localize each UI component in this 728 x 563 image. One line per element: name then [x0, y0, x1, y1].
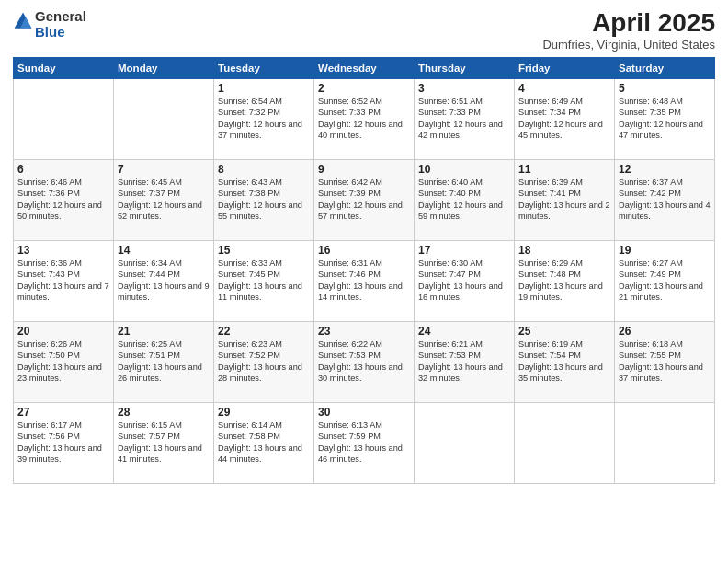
- day-number: 7: [118, 163, 210, 176]
- calendar-cell: 6Sunrise: 6:46 AM Sunset: 7:36 PM Daylig…: [14, 159, 114, 240]
- calendar-cell: [515, 402, 615, 483]
- day-number: 6: [17, 163, 109, 176]
- calendar-cell: 27Sunrise: 6:17 AM Sunset: 7:56 PM Dayli…: [14, 402, 114, 483]
- calendar-cell: 29Sunrise: 6:14 AM Sunset: 7:58 PM Dayli…: [214, 402, 314, 483]
- calendar-cell: 22Sunrise: 6:23 AM Sunset: 7:52 PM Dayli…: [214, 321, 314, 402]
- title-block: April 2025 Dumfries, Virginia, United St…: [542, 9, 715, 52]
- day-number: 12: [619, 163, 711, 176]
- day-info: Sunrise: 6:51 AM Sunset: 7:33 PM Dayligh…: [418, 96, 510, 142]
- day-number: 8: [218, 163, 310, 176]
- day-number: 11: [518, 163, 610, 176]
- calendar-cell: 7Sunrise: 6:45 AM Sunset: 7:37 PM Daylig…: [114, 159, 214, 240]
- calendar-cell: 26Sunrise: 6:18 AM Sunset: 7:55 PM Dayli…: [615, 321, 715, 402]
- day-info: Sunrise: 6:46 AM Sunset: 7:36 PM Dayligh…: [17, 177, 109, 223]
- calendar-header-tuesday: Tuesday: [214, 57, 314, 78]
- logo-text: General Blue: [35, 9, 86, 40]
- day-info: Sunrise: 6:45 AM Sunset: 7:37 PM Dayligh…: [118, 177, 210, 223]
- day-info: Sunrise: 6:25 AM Sunset: 7:51 PM Dayligh…: [118, 339, 210, 385]
- calendar-week-row: 27Sunrise: 6:17 AM Sunset: 7:56 PM Dayli…: [14, 402, 715, 483]
- day-number: 30: [318, 406, 410, 419]
- day-info: Sunrise: 6:42 AM Sunset: 7:39 PM Dayligh…: [318, 177, 410, 223]
- calendar-cell: 13Sunrise: 6:36 AM Sunset: 7:43 PM Dayli…: [14, 240, 114, 321]
- calendar-cell: 23Sunrise: 6:22 AM Sunset: 7:53 PM Dayli…: [314, 321, 415, 402]
- day-number: 18: [518, 244, 610, 257]
- day-number: 14: [118, 244, 210, 257]
- calendar-cell: 9Sunrise: 6:42 AM Sunset: 7:39 PM Daylig…: [314, 159, 415, 240]
- calendar-header-monday: Monday: [114, 57, 214, 78]
- calendar-cell: 16Sunrise: 6:31 AM Sunset: 7:46 PM Dayli…: [314, 240, 415, 321]
- day-number: 15: [218, 244, 310, 257]
- calendar-header-wednesday: Wednesday: [314, 57, 415, 78]
- logo: General Blue: [13, 9, 86, 40]
- day-number: 26: [619, 325, 711, 338]
- calendar-week-row: 13Sunrise: 6:36 AM Sunset: 7:43 PM Dayli…: [14, 240, 715, 321]
- day-info: Sunrise: 6:27 AM Sunset: 7:49 PM Dayligh…: [619, 258, 711, 304]
- calendar-cell: 5Sunrise: 6:48 AM Sunset: 7:35 PM Daylig…: [615, 78, 715, 159]
- month-year: April 2025: [542, 9, 715, 38]
- day-info: Sunrise: 6:15 AM Sunset: 7:57 PM Dayligh…: [118, 419, 210, 465]
- day-info: Sunrise: 6:31 AM Sunset: 7:46 PM Dayligh…: [318, 258, 410, 304]
- calendar-cell: 30Sunrise: 6:13 AM Sunset: 7:59 PM Dayli…: [314, 402, 415, 483]
- day-info: Sunrise: 6:18 AM Sunset: 7:55 PM Dayligh…: [619, 339, 711, 385]
- calendar-cell: 25Sunrise: 6:19 AM Sunset: 7:54 PM Dayli…: [515, 321, 615, 402]
- day-info: Sunrise: 6:37 AM Sunset: 7:42 PM Dayligh…: [619, 177, 711, 223]
- day-info: Sunrise: 6:39 AM Sunset: 7:41 PM Dayligh…: [518, 177, 610, 223]
- day-number: 3: [418, 82, 510, 95]
- day-number: 1: [218, 82, 310, 95]
- calendar-header-friday: Friday: [515, 57, 615, 78]
- day-info: Sunrise: 6:26 AM Sunset: 7:50 PM Dayligh…: [17, 339, 109, 385]
- calendar-cell: 19Sunrise: 6:27 AM Sunset: 7:49 PM Dayli…: [615, 240, 715, 321]
- day-number: 10: [418, 163, 510, 176]
- day-info: Sunrise: 6:13 AM Sunset: 7:59 PM Dayligh…: [318, 419, 410, 465]
- day-number: 16: [318, 244, 410, 257]
- day-number: 2: [318, 82, 410, 95]
- day-number: 17: [418, 244, 510, 257]
- page: General Blue April 2025 Dumfries, Virgin…: [0, 0, 728, 563]
- calendar-cell: [14, 78, 114, 159]
- calendar-cell: [415, 402, 515, 483]
- calendar-cell: 14Sunrise: 6:34 AM Sunset: 7:44 PM Dayli…: [114, 240, 214, 321]
- calendar-cell: 2Sunrise: 6:52 AM Sunset: 7:33 PM Daylig…: [314, 78, 415, 159]
- calendar-header-sunday: Sunday: [14, 57, 114, 78]
- day-info: Sunrise: 6:43 AM Sunset: 7:38 PM Dayligh…: [218, 177, 310, 223]
- day-info: Sunrise: 6:19 AM Sunset: 7:54 PM Dayligh…: [518, 339, 610, 385]
- header: General Blue April 2025 Dumfries, Virgin…: [13, 9, 715, 52]
- day-info: Sunrise: 6:33 AM Sunset: 7:45 PM Dayligh…: [218, 258, 310, 304]
- calendar-cell: 1Sunrise: 6:54 AM Sunset: 7:32 PM Daylig…: [214, 78, 314, 159]
- day-info: Sunrise: 6:36 AM Sunset: 7:43 PM Dayligh…: [17, 258, 109, 304]
- day-info: Sunrise: 6:22 AM Sunset: 7:53 PM Dayligh…: [318, 339, 410, 385]
- day-info: Sunrise: 6:14 AM Sunset: 7:58 PM Dayligh…: [218, 419, 310, 465]
- calendar-header-thursday: Thursday: [415, 57, 515, 78]
- calendar-cell: 4Sunrise: 6:49 AM Sunset: 7:34 PM Daylig…: [515, 78, 615, 159]
- day-info: Sunrise: 6:29 AM Sunset: 7:48 PM Dayligh…: [518, 258, 610, 304]
- calendar-cell: 11Sunrise: 6:39 AM Sunset: 7:41 PM Dayli…: [515, 159, 615, 240]
- day-info: Sunrise: 6:48 AM Sunset: 7:35 PM Dayligh…: [619, 96, 711, 142]
- day-info: Sunrise: 6:23 AM Sunset: 7:52 PM Dayligh…: [218, 339, 310, 385]
- calendar-cell: 12Sunrise: 6:37 AM Sunset: 7:42 PM Dayli…: [615, 159, 715, 240]
- logo-icon: [13, 11, 33, 31]
- calendar-header-row: SundayMondayTuesdayWednesdayThursdayFrid…: [14, 57, 715, 78]
- calendar-cell: [615, 402, 715, 483]
- day-number: 5: [619, 82, 711, 95]
- calendar-week-row: 1Sunrise: 6:54 AM Sunset: 7:32 PM Daylig…: [14, 78, 715, 159]
- calendar-cell: 21Sunrise: 6:25 AM Sunset: 7:51 PM Dayli…: [114, 321, 214, 402]
- calendar-cell: 18Sunrise: 6:29 AM Sunset: 7:48 PM Dayli…: [515, 240, 615, 321]
- day-number: 27: [17, 406, 109, 419]
- logo-general: General: [35, 8, 86, 24]
- calendar-week-row: 20Sunrise: 6:26 AM Sunset: 7:50 PM Dayli…: [14, 321, 715, 402]
- day-number: 25: [518, 325, 610, 338]
- calendar-cell: 17Sunrise: 6:30 AM Sunset: 7:47 PM Dayli…: [415, 240, 515, 321]
- calendar-cell: 24Sunrise: 6:21 AM Sunset: 7:53 PM Dayli…: [415, 321, 515, 402]
- calendar-cell: 15Sunrise: 6:33 AM Sunset: 7:45 PM Dayli…: [214, 240, 314, 321]
- location: Dumfries, Virginia, United States: [542, 38, 715, 52]
- day-info: Sunrise: 6:40 AM Sunset: 7:40 PM Dayligh…: [418, 177, 510, 223]
- day-info: Sunrise: 6:52 AM Sunset: 7:33 PM Dayligh…: [318, 96, 410, 142]
- calendar-table: SundayMondayTuesdayWednesdayThursdayFrid…: [13, 57, 715, 484]
- day-info: Sunrise: 6:49 AM Sunset: 7:34 PM Dayligh…: [518, 96, 610, 142]
- day-info: Sunrise: 6:30 AM Sunset: 7:47 PM Dayligh…: [418, 258, 510, 304]
- logo-blue: Blue: [35, 24, 65, 40]
- day-number: 29: [218, 406, 310, 419]
- day-number: 28: [118, 406, 210, 419]
- calendar-header-saturday: Saturday: [615, 57, 715, 78]
- calendar-cell: 28Sunrise: 6:15 AM Sunset: 7:57 PM Dayli…: [114, 402, 214, 483]
